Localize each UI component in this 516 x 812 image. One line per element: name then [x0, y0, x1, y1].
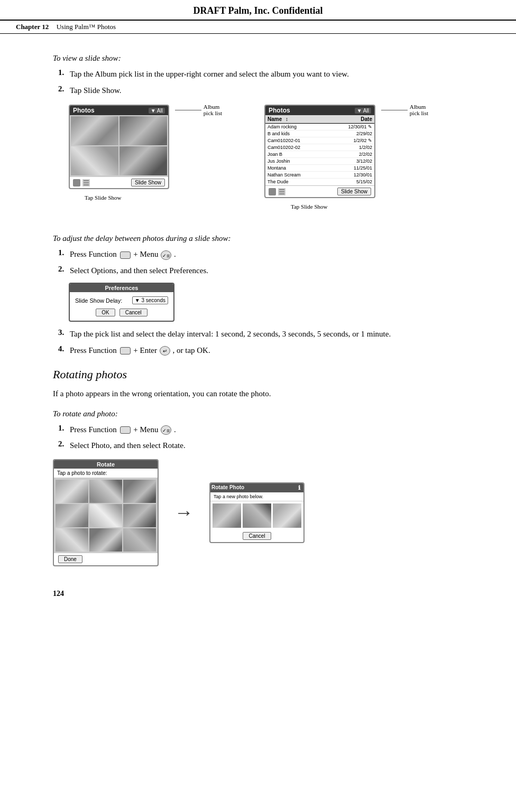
step-num: 4.	[58, 344, 70, 357]
rotate-photo-6	[123, 504, 156, 527]
period-text: .	[174, 250, 176, 258]
photo-2	[119, 116, 167, 145]
plus-menu-text: + Menu	[133, 250, 158, 258]
device-screen-list: Photos ▼ All Name ↕ Date Adam rocking12/…	[264, 105, 375, 198]
chapter-header: Chapter 12 Using Palm™ Photos	[0, 20, 516, 34]
list-item: Joan B2/2/02	[265, 151, 374, 158]
rotate-bottom: Done	[54, 553, 158, 565]
step-num: 2.	[58, 265, 70, 277]
rotate-screens-row: Rotate Tap a photo to rotate: Done →	[53, 459, 474, 566]
rotate-photo2-title: Rotate Photo ℹ	[210, 483, 303, 492]
rotate-photo2-bottom: Cancel	[210, 530, 303, 542]
header-title: DRAFT Palm, Inc. Confidential	[193, 5, 322, 16]
press-function-label-4: Press Function	[70, 346, 117, 354]
device-bottom-bar: Slide Show	[70, 176, 168, 188]
function-key-icon	[120, 251, 131, 259]
info-icon: ℹ	[298, 484, 300, 491]
photo-3	[71, 146, 118, 175]
album-callout-right: Albumpick list	[381, 104, 428, 116]
page-number: 124	[0, 584, 516, 603]
cancel-button[interactable]: Cancel	[119, 309, 148, 316]
rotate-photo2-title-text: Rotate Photo	[211, 484, 244, 491]
delay-dropdown[interactable]: ▼ 3 seconds	[132, 296, 168, 304]
step-num: 2.	[58, 440, 70, 452]
delay-value: ▼ 3 seconds	[135, 297, 165, 303]
tap-slideshow-caption-right: Tap Slide Show	[291, 203, 328, 210]
function-key-rotate-icon	[120, 426, 131, 434]
page-number-area: 124	[0, 584, 516, 603]
rotate-title: Rotate	[54, 460, 158, 469]
step-delay-1: 1. Press Function + Menu ✓☰ .	[53, 248, 474, 260]
rotate-photo-5	[89, 504, 122, 527]
rp2-img-2	[243, 503, 271, 528]
album-callout-left: Albumpick list	[175, 104, 222, 116]
rotate-device-screen: Rotate Tap a photo to rotate: Done	[53, 459, 159, 566]
dialog-titlebar: Preferences	[70, 284, 173, 292]
photo-grid	[70, 115, 168, 176]
col-name: Name ↕	[268, 116, 361, 122]
all-button: ▼ All	[149, 108, 165, 114]
step-view-2: 2. Tap Slide Show.	[53, 85, 474, 97]
rotate-photo-9	[123, 528, 156, 552]
rotate-photo2-subtitle: Tap a new photo below.	[210, 492, 303, 501]
step-text: Select Options, and then select Preferen…	[70, 265, 474, 277]
page-header: DRAFT Palm, Inc. Confidential	[0, 0, 516, 20]
rotate-photo-3	[123, 480, 156, 503]
list-item: The Dude5/15/02	[265, 179, 374, 185]
device-titlebar: Photos ▼ All	[70, 106, 168, 115]
step-num: 3.	[58, 328, 70, 340]
list-view-icon-list	[278, 188, 285, 195]
adjust-delay-heading: To adjust the delay between photos durin…	[53, 234, 474, 243]
step-num: 1.	[58, 424, 70, 436]
rotate-photo2-images	[210, 501, 303, 530]
step-rotate-1: 1. Press Function + Menu ✓☰ .	[53, 424, 474, 436]
slideshow-button-list[interactable]: Slide Show	[337, 188, 371, 195]
rotate-photo2-screen: Rotate Photo ℹ Tap a new photo below. Ca…	[209, 482, 305, 543]
press-function-rotate: Press Function	[70, 425, 117, 434]
step-num: 2.	[58, 85, 70, 97]
list-item: Montana11/25/01	[265, 165, 374, 172]
step-delay-3: 3. Tap the pick list and select the dela…	[53, 328, 474, 340]
menu-rotate-icon: ✓☰	[161, 425, 171, 435]
list-item: Jus Joshin3/12/02	[265, 158, 374, 165]
function-key-icon-4	[120, 347, 131, 354]
view-icons	[73, 179, 90, 186]
step-delay-2: 2. Select Options, and then select Prefe…	[53, 265, 474, 277]
all-button-list: ▼ All	[355, 108, 371, 114]
view-icons-list	[269, 188, 285, 195]
enter-icon: ↵	[160, 346, 170, 356]
cancel-rotate-button[interactable]: Cancel	[243, 532, 271, 540]
rotate-photo-1	[56, 480, 88, 503]
list-item: Nathan Scream12/30/01	[265, 172, 374, 179]
dialog-buttons: OK Cancel	[75, 309, 168, 316]
ok-button[interactable]: OK	[96, 309, 115, 316]
or-tap-ok-text: , or tap OK.	[172, 346, 210, 354]
slideshow-button[interactable]: Slide Show	[131, 179, 165, 186]
list-item: B and kids2/29/02	[265, 130, 374, 137]
press-function-label: Press Function	[70, 250, 117, 258]
arrow-right: →	[174, 501, 194, 524]
rotate-photo-2	[89, 480, 122, 503]
dialog-body: Slide Show Delay: ▼ 3 seconds OK Cancel	[70, 292, 173, 321]
tap-slideshow-caption-left: Tap Slide Show	[85, 194, 122, 201]
photo-list: Adam rocking12/30/01 ✎ B and kids2/29/02…	[265, 124, 374, 185]
step-view-1: 1. Tap the Album pick list in the upper-…	[53, 68, 474, 80]
step-text: Tap the pick list and select the delay i…	[70, 328, 474, 340]
done-button[interactable]: Done	[58, 555, 82, 563]
rotating-photos-heading: Rotating photos	[53, 368, 474, 381]
list-item: Cam010202-021/2/02	[265, 144, 374, 151]
screen-title: Photos	[73, 107, 95, 114]
grid-view-icon-list	[269, 188, 276, 195]
step-content: Press Function + Enter ↵ , or tap OK.	[70, 344, 474, 357]
preferences-dialog-container: Preferences Slide Show Delay: ▼ 3 second…	[69, 283, 474, 322]
rp2-img-3	[273, 503, 301, 528]
grid-view-icon	[73, 179, 80, 186]
photo-4	[119, 146, 167, 175]
rotate-photo-grid	[54, 478, 158, 553]
plus-enter-text: + Enter	[133, 346, 157, 354]
rotate-photo-8	[89, 528, 122, 552]
step-content: Press Function + Menu ✓☰ .	[70, 248, 474, 260]
screen-title-list: Photos	[269, 107, 290, 114]
step-text: Select Photo, and then select Rotate.	[70, 440, 474, 452]
step-rotate-2: 2. Select Photo, and then select Rotate.	[53, 440, 474, 452]
